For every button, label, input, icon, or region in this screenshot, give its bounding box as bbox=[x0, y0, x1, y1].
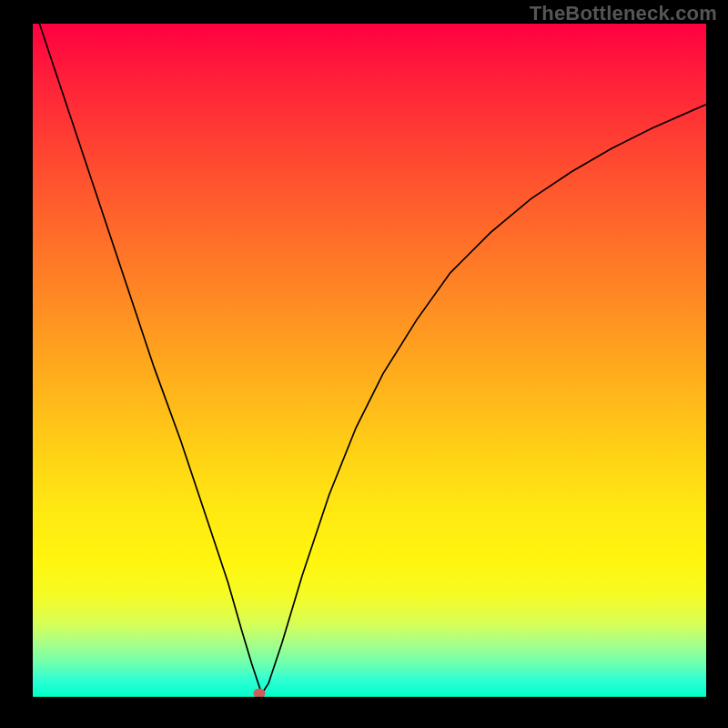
curve-path bbox=[33, 24, 706, 693]
axis-baseline bbox=[33, 696, 706, 697]
plot-area bbox=[33, 24, 706, 697]
chart-frame: TheBottleneck.com bbox=[0, 0, 728, 728]
bottleneck-curve bbox=[33, 24, 706, 697]
watermark-text: TheBottleneck.com bbox=[530, 2, 717, 25]
